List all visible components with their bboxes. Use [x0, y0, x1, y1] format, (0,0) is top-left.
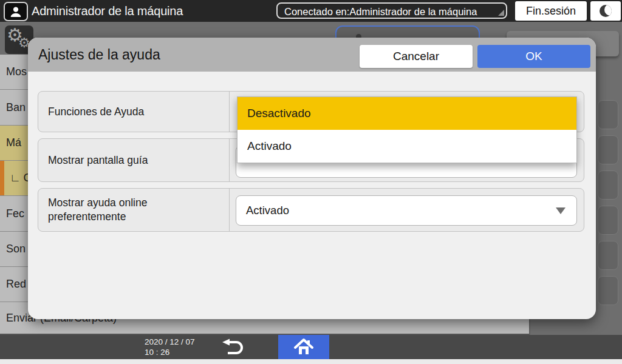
user-icon: [4, 2, 28, 21]
dark-mode-button[interactable]: [590, 1, 621, 21]
background-scrollbar[interactable]: [598, 100, 618, 311]
person-bust-icon: [9, 5, 23, 18]
date-time-display: 2020 / 12 / 07 10 : 26: [145, 337, 195, 357]
help-functions-open-dropdown: Desactivado Activado: [237, 96, 577, 163]
home-button[interactable]: [278, 335, 329, 359]
dropdown-option-desactivado[interactable]: Desactivado: [238, 97, 576, 130]
undo-arrow-icon: [221, 339, 245, 356]
back-button[interactable]: [219, 338, 248, 356]
home-icon: [293, 337, 314, 357]
help-settings-dialog: Ajustes de la ayuda Cancelar OK Funcione…: [28, 38, 596, 319]
screen-bottom-strip: [0, 359, 622, 364]
crescent-moon-icon: [600, 5, 612, 17]
dialog-title: Ajustes de la ayuda: [38, 38, 160, 72]
top-status-bar: Administrador de la máquina Conectado en…: [0, 0, 622, 22]
session-status-dropdown[interactable]: Conectado en:Administrador de la máquina: [276, 2, 507, 19]
dropdown-option-activado[interactable]: Activado: [238, 130, 576, 163]
chevron-down-icon: [556, 207, 566, 214]
online-help-select[interactable]: Activado: [236, 195, 577, 226]
corner-triangle-icon: [498, 10, 504, 16]
active-submenu-marker: [0, 161, 4, 195]
cancel-button[interactable]: Cancelar: [360, 45, 473, 68]
logged-in-user-name: Administrador de la máquina: [32, 0, 183, 22]
bottom-nav-bar: 2020 / 12 / 07 10 : 26: [0, 335, 622, 359]
logout-button[interactable]: Fin.sesión: [515, 1, 587, 21]
ok-button[interactable]: OK: [477, 45, 590, 68]
dialog-header: Ajustes de la ayuda Cancelar OK: [28, 38, 596, 72]
machine-touch-screen: ⚙ ⚙ Mos Ban Má ∟ C Fec Son Red Enviar (E…: [0, 0, 622, 364]
